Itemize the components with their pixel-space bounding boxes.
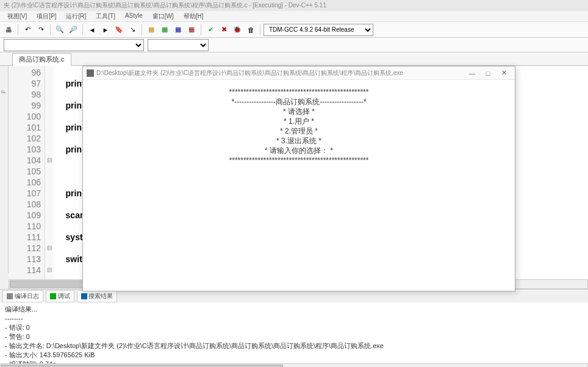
compiler-combo[interactable]: TDM-GCC 4.9.2 64-bit Release — [264, 24, 373, 36]
console-line: * 3.退出系统 * — [83, 136, 515, 146]
fold-column[interactable]: ⊟ ⊟ ⊟ — [45, 66, 54, 279]
rebuild-icon[interactable]: ▦ — [185, 24, 198, 36]
menu-bar: 视图[V] 项目[P] 运行[R] 工具[T] AStyle 窗口[W] 帮助[… — [0, 11, 588, 22]
menu-help[interactable]: 帮助[H] — [179, 11, 209, 21]
separator — [142, 24, 142, 35]
separator — [201, 24, 201, 35]
menu-view[interactable]: 视图[V] — [2, 11, 32, 21]
output-line: - 错误: 0 — [5, 323, 583, 332]
console-line: * 请输入你的选择： * — [83, 146, 515, 155]
console-line: ****************************************… — [83, 155, 515, 165]
separator — [50, 24, 51, 35]
separator — [260, 24, 260, 35]
debug-icon[interactable]: ✔ — [204, 24, 217, 36]
output-panel[interactable]: 编译结果... -------- - 错误: 0 - 警告: 0 - 输出文件名… — [0, 302, 588, 363]
left-sidebar: d — [0, 66, 9, 273]
maximize-icon[interactable]: □ — [481, 68, 495, 79]
menu-project[interactable]: 项目[P] — [32, 11, 61, 21]
line-gutter: 969798 99100101 102103104 105106107 1081… — [9, 66, 45, 279]
fold-icon: ⊟ — [45, 243, 54, 254]
output-line: -------- — [5, 314, 583, 323]
console-line: * 1.用户 * — [83, 116, 515, 126]
search-icon — [81, 293, 87, 299]
log-icon — [7, 293, 13, 299]
console-window[interactable]: D:\Desktop\新建文件夹 (2)\作业\C语言程序设计\商品订购系统\商… — [82, 66, 515, 291]
close-icon[interactable]: ✕ — [497, 68, 511, 79]
exe-icon — [87, 69, 94, 77]
output-line: - 输出大小: 143.59765625 KiB — [5, 351, 583, 360]
fold-icon: ⊟ — [45, 155, 54, 166]
menu-tools[interactable]: 工具[T] — [91, 11, 120, 21]
compile-run-icon[interactable]: ▦ — [172, 24, 184, 36]
output-line: - 输出文件名: D:\Desktop\新建文件夹 (2)\作业\C语言程序设计… — [5, 341, 583, 351]
debug-tab[interactable]: 调试 — [46, 290, 74, 302]
compile-log-tab[interactable]: 编译日志 — [2, 290, 43, 302]
separator — [18, 24, 18, 35]
prev-icon[interactable]: ◄ — [86, 24, 98, 36]
menu-astyle[interactable]: AStyle — [120, 11, 148, 21]
check-icon — [50, 293, 56, 299]
output-line: 编译结果... — [5, 305, 583, 314]
undo-icon[interactable]: ↶ — [21, 24, 34, 36]
console-line: *-----------------商品订购系统----------------… — [83, 97, 515, 107]
run-icon[interactable]: ▦ — [159, 24, 171, 36]
title-bar: 夹 (2)\作业\C语言程序设计\商品订购系统\商品订购系统\商品订购系统\程序… — [0, 0, 588, 11]
compile-icon[interactable]: ▦ — [145, 24, 157, 36]
file-tab[interactable]: 商品订购系统.c — [12, 53, 71, 66]
function-combo[interactable] — [148, 39, 209, 51]
console-line: * 请选择 * — [83, 107, 515, 116]
fold-icon: ⊟ — [45, 265, 54, 276]
bookmark-icon[interactable]: 🔖 — [113, 24, 125, 36]
print-icon[interactable]: 🖶 — [2, 24, 15, 36]
toolbar: 🖶 ↶ ↷ 🔍 🔎 ◄ ► 🔖 ↘ ▦ ▦ ▦ ▦ ✔ ✖ 🐞 🗑 TDM-GC… — [0, 22, 588, 38]
next-icon[interactable]: ► — [99, 24, 112, 36]
search-icon[interactable]: 🔍 — [54, 24, 66, 36]
output-line: - 警告: 0 — [5, 332, 583, 341]
console-title-text: D:\Desktop\新建文件夹 (2)\作业\C语言程序设计\商品订购系统\商… — [96, 69, 403, 77]
clean-icon[interactable]: 🗑 — [245, 24, 257, 36]
console-line: ****************************************… — [83, 87, 515, 97]
title-text: 夹 (2)\作业\C语言程序设计\商品订购系统\商品订购系统\商品订购系统\程序… — [4, 1, 326, 10]
goto-icon[interactable]: ↘ — [126, 24, 138, 36]
console-line: * 2.管理员 * — [83, 126, 515, 136]
scroll-thumb[interactable] — [1, 365, 283, 367]
minimize-icon[interactable]: — — [465, 68, 479, 79]
find-tab[interactable]: 搜索结果 — [77, 290, 118, 302]
output-hscroll[interactable] — [0, 363, 588, 367]
menu-window[interactable]: 窗口[W] — [148, 11, 179, 21]
console-title-bar[interactable]: D:\Desktop\新建文件夹 (2)\作业\C语言程序设计\商品订购系统\商… — [83, 66, 515, 80]
profile-icon[interactable]: 🐞 — [231, 24, 243, 36]
separator — [82, 24, 83, 35]
class-combo[interactable] — [4, 39, 144, 51]
redo-icon[interactable]: ↷ — [35, 24, 47, 36]
stop-icon[interactable]: ✖ — [218, 24, 230, 36]
console-body[interactable]: ****************************************… — [83, 80, 515, 291]
replace-icon[interactable]: 🔎 — [67, 24, 79, 36]
sidebar-label: d — [0, 66, 6, 93]
editor-tab-strip: 商品订购系统.c — [0, 52, 588, 66]
menu-run[interactable]: 运行[R] — [61, 11, 91, 21]
second-toolbar — [0, 38, 588, 52]
